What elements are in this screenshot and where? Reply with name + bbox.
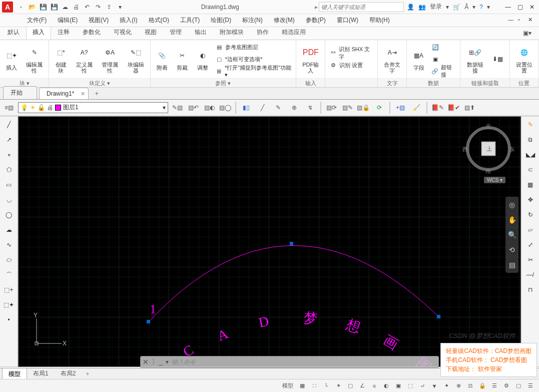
underlay-layers-button[interactable]: ▤参考底图图层: [213, 42, 294, 53]
status-selcycle-icon[interactable]: ▣: [393, 381, 404, 391]
menu-help[interactable]: 帮助(H): [364, 15, 395, 26]
status-otrack-icon[interactable]: ∠: [357, 381, 368, 391]
status-ortho-icon[interactable]: └: [321, 381, 332, 391]
copy-icon[interactable]: ⧉: [523, 133, 538, 147]
t9-icon[interactable]: ⟳: [372, 101, 386, 115]
ribbon-tab-view[interactable]: 视图: [138, 25, 163, 40]
oleobj-icon[interactable]: ▣: [429, 54, 458, 65]
menu-modify[interactable]: 修改(M): [269, 15, 300, 26]
nav-showmotion-icon[interactable]: ▤: [505, 259, 518, 271]
snap-underlay-button[interactable]: ⊞*打开"捕捉到参考底图"功能 ▾: [213, 66, 294, 77]
menu-edit[interactable]: 编辑(E): [53, 15, 83, 26]
menu-format[interactable]: 格式(O): [144, 15, 174, 26]
panel-reference-label[interactable]: 参照 ▾: [151, 78, 296, 87]
ray-icon[interactable]: ↗: [2, 133, 17, 147]
status-units-icon[interactable]: ⚖: [465, 381, 476, 391]
circle-icon[interactable]: ◯: [2, 208, 17, 222]
adjust-button[interactable]: ◐调整: [193, 47, 212, 72]
cart-icon[interactable]: 🛒: [453, 4, 460, 11]
nav-pan-icon[interactable]: ✋: [505, 214, 518, 226]
doc-close-icon[interactable]: ✕: [528, 17, 536, 25]
command-bar[interactable]: ✕ 〉_ ▾ 键入命令: [140, 356, 439, 368]
point-icon[interactable]: •: [2, 313, 17, 327]
status-annomon-icon[interactable]: ⊕: [453, 381, 464, 391]
set-location-button[interactable]: 🌐设置位置: [512, 44, 536, 75]
t14-icon[interactable]: ▤⬆: [462, 101, 476, 115]
create-block-button[interactable]: ⬚*创建块: [51, 44, 71, 75]
help-dropdown-icon[interactable]: ▾: [487, 4, 490, 11]
status-clean-icon[interactable]: ▢: [513, 381, 524, 391]
t13-icon[interactable]: 📕✔: [446, 101, 460, 115]
status-selfilter-icon[interactable]: ▼: [429, 381, 440, 391]
t3-icon[interactable]: ✎: [271, 101, 285, 115]
file-tab-add-icon[interactable]: +: [91, 88, 103, 99]
layeriso-icon[interactable]: ▤◐: [202, 101, 216, 115]
move-icon[interactable]: ✥: [523, 193, 538, 207]
doc-minimize-icon[interactable]: —: [508, 17, 516, 25]
edit-attr-button[interactable]: ✎编辑属性: [22, 44, 47, 75]
search-input[interactable]: [319, 2, 404, 12]
menu-draw[interactable]: 绘图(D): [206, 15, 236, 26]
open-icon[interactable]: 📂: [27, 2, 37, 12]
revcloud-icon[interactable]: ☁: [2, 223, 17, 237]
drawing-canvas[interactable]: 1 C A D 梦 想 画 图 X Y 上 北 东 南 西 WCS ▾: [18, 116, 521, 367]
maximize-icon[interactable]: ▢: [515, 2, 525, 12]
file-tab-close-icon[interactable]: ✕: [81, 91, 85, 97]
block-icon[interactable]: ⬚✦: [2, 298, 17, 312]
person-icon[interactable]: 👤: [407, 4, 414, 11]
eraser-icon[interactable]: ✎: [523, 118, 538, 132]
t2-icon[interactable]: ╱: [255, 101, 269, 115]
define-attr-button[interactable]: A?定义属性: [72, 44, 96, 75]
status-grid-icon[interactable]: ▦: [297, 381, 308, 391]
layout-add-icon[interactable]: +: [82, 369, 93, 378]
layeruniso-icon[interactable]: ▤◯: [218, 101, 232, 115]
status-3dosnap-icon[interactable]: ⬚: [405, 381, 416, 391]
minimize-icon[interactable]: —: [503, 2, 513, 12]
status-transparency-icon[interactable]: ◐: [381, 381, 392, 391]
t6-icon[interactable]: ▤⟳: [324, 101, 338, 115]
file-tab-start[interactable]: 开始: [3, 86, 37, 99]
t12-icon[interactable]: 📕✎: [430, 101, 444, 115]
status-qprops-icon[interactable]: 🔒: [477, 381, 488, 391]
arc-icon[interactable]: ◡: [2, 193, 17, 207]
stretch-icon[interactable]: ⤢: [523, 238, 538, 252]
ribbon-tab-manage[interactable]: 管理: [163, 25, 188, 40]
ribbon-tab-addins[interactable]: 附加模块: [213, 25, 250, 40]
clip-button[interactable]: ✂剪裁: [173, 47, 192, 72]
ribbon-tab-visualize[interactable]: 可视化: [107, 25, 138, 40]
t8-icon[interactable]: ▤🔒: [356, 101, 370, 115]
scale-icon[interactable]: ▱: [523, 223, 538, 237]
menu-file[interactable]: 文件(F): [22, 15, 52, 26]
plot-icon[interactable]: 🖨: [71, 2, 81, 12]
qat-dropdown-icon[interactable]: ▾: [115, 2, 125, 12]
trim-icon[interactable]: ✂: [523, 253, 538, 267]
saveas-icon[interactable]: 💾: [49, 2, 59, 12]
insert-block-button[interactable]: ⬚✦插入: [2, 47, 21, 72]
layerprev-icon[interactable]: ▤↶: [186, 101, 200, 115]
save-icon[interactable]: 💾: [38, 2, 48, 12]
pdf-import-button[interactable]: PDFPDF输入: [298, 44, 323, 75]
ribbon-tab-default[interactable]: 默认: [1, 25, 26, 40]
ribbon-tab-collab[interactable]: 协作: [250, 25, 275, 40]
recognize-settings-button[interactable]: ⚙识别 设置: [327, 60, 375, 71]
web-icon[interactable]: ☁: [60, 2, 70, 12]
extract-icon[interactable]: ⬇▦: [488, 50, 507, 68]
break-icon[interactable]: ⊓: [523, 283, 538, 297]
nav-orbit-icon[interactable]: ⟲: [505, 244, 518, 256]
polygon-icon[interactable]: ⬠: [2, 163, 17, 177]
redo-icon[interactable]: ↷: [93, 2, 103, 12]
menu-tools[interactable]: 工具(T): [175, 15, 205, 26]
ribbon-tab-parametric[interactable]: 参数化: [76, 25, 107, 40]
t5-icon[interactable]: ↯: [303, 101, 317, 115]
t10-icon[interactable]: +▤: [393, 101, 407, 115]
status-isolate-icon[interactable]: ☰: [489, 381, 500, 391]
help-icon[interactable]: ?: [479, 4, 483, 11]
ellipsearc-icon[interactable]: ⌒: [2, 268, 17, 282]
t1-icon[interactable]: ▮▯: [239, 101, 253, 115]
t11-icon[interactable]: 🧹: [409, 101, 423, 115]
ribbon-tab-output[interactable]: 输出: [188, 25, 213, 40]
status-dynucs-icon[interactable]: ⤾: [417, 381, 428, 391]
recognize-shx-button[interactable]: ᴬᴬ识别 SHX 文字: [327, 48, 375, 59]
spline-icon[interactable]: ∿: [2, 238, 17, 252]
dropdown2-icon[interactable]: ▾: [472, 4, 475, 11]
